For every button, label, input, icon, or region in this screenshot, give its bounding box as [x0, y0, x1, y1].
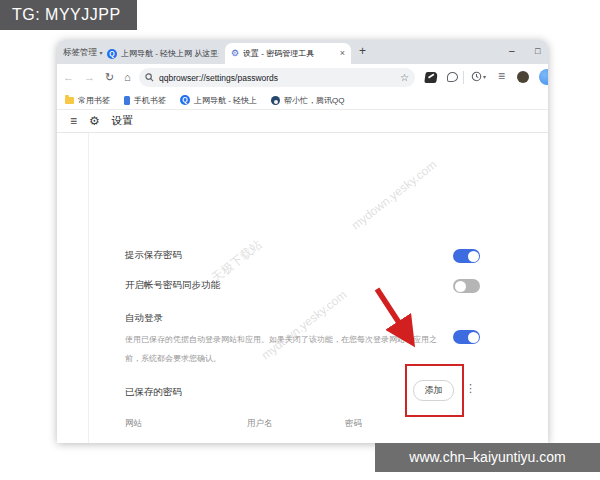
new-tab-button[interactable]: + [359, 44, 366, 58]
tab-settings[interactable]: ⚙ 设置 - 密码管理工具 × [225, 43, 351, 64]
qq-penguin-icon [271, 96, 280, 105]
bookmark-nav-site[interactable]: Q 上网导航 - 轻快上 [180, 95, 257, 106]
column-header-website: 网站 [125, 418, 142, 430]
side-panel-icon[interactable] [539, 69, 548, 85]
caret-down-icon: ▾ [483, 73, 486, 80]
tab-home-title: 上网导航 - 轻快上网 从这里开始 [121, 43, 219, 64]
toggle-save-prompt[interactable] [453, 249, 480, 263]
toggle-auto-login[interactable] [453, 330, 480, 344]
history-clock-icon [471, 71, 482, 82]
toggle-label-save-prompt: 提示保存密码 [125, 249, 182, 262]
bookmark-label: 帮小忙，腾讯QQ [284, 95, 344, 106]
tab-strip: 标签管理 ▾ Q 上网导航 - 轻快上网 从这里开始 ⚙ 设置 - 密码管理工具… [57, 40, 548, 64]
diag-watermark: mydown.yesky.com [349, 158, 439, 233]
qqbrowser-logo-icon: Q [180, 95, 190, 105]
home-icon[interactable]: ⌂ [124, 69, 131, 85]
content-left-divider [88, 133, 89, 443]
more-options-icon[interactable]: ⋮ [465, 382, 476, 395]
toggle-knob [468, 251, 479, 262]
address-url: qqbrowser://settings/passwords [159, 73, 395, 83]
shortcut-tool-icon[interactable] [424, 72, 438, 83]
phone-icon [124, 96, 130, 105]
qqbrowser-logo-icon: Q [107, 49, 117, 59]
history-button[interactable]: ▾ [471, 71, 486, 82]
bookmark-label: 手机书签 [134, 95, 166, 106]
settings-header: ≡ ⚙ 设置 [57, 110, 548, 133]
site-watermark: www.chn–kaiyuntiyu.com [375, 443, 600, 472]
tab-manager-label: 标签管理 [63, 47, 97, 57]
maximize-button[interactable]: □ [535, 40, 540, 64]
bookmark-phone-folder[interactable]: 手机书签 [124, 95, 166, 106]
bookmark-star-icon[interactable]: ☆ [400, 72, 409, 83]
tab-home[interactable]: Q 上网导航 - 轻快上网 从这里开始 [101, 43, 225, 64]
avatar[interactable] [517, 71, 529, 83]
forward-icon[interactable]: → [84, 69, 95, 85]
browser-window: 标签管理 ▾ Q 上网导航 - 轻快上网 从这里开始 ⚙ 设置 - 密码管理工具… [57, 40, 548, 443]
address-bar[interactable]: qqbrowser://settings/passwords ☆ [139, 68, 415, 87]
folder-icon [65, 97, 74, 104]
column-header-username: 用户名 [247, 418, 273, 430]
close-tab-icon[interactable]: × [338, 43, 345, 64]
gear-icon: ⚙ [89, 114, 100, 128]
feedback-icon[interactable] [447, 72, 458, 82]
toggle-knob [468, 332, 479, 343]
tab-manager-button[interactable]: 标签管理 ▾ [63, 40, 102, 64]
main-menu-icon[interactable]: ≡ [498, 69, 505, 83]
auto-login-title: 自动登录 [125, 312, 163, 325]
saved-passwords-title: 已保存的密码 [125, 386, 182, 399]
gear-icon: ⚙ [231, 43, 239, 64]
bookmark-label: 上网导航 - 轻快上 [194, 95, 257, 106]
toggle-knob [455, 281, 466, 292]
toggle-label-sync: 开启帐号密码同步功能 [125, 279, 220, 292]
toolbar: ← → ↻ ⌂ qqbrowser://settings/passwords ☆… [57, 64, 548, 91]
toggle-sync[interactable] [453, 279, 480, 293]
bookmarks-bar: 常用书签 手机书签 Q 上网导航 - 轻快上 帮小忙，腾讯QQ [57, 91, 548, 110]
search-icon [145, 73, 154, 82]
toolbar-divider [463, 71, 464, 84]
bookmark-qq-help[interactable]: 帮小忙，腾讯QQ [271, 95, 344, 106]
reload-icon[interactable]: ↻ [105, 69, 114, 85]
tg-badge: TG: MYYJJPP [0, 0, 137, 30]
minimize-button[interactable]: – [509, 40, 515, 64]
settings-content: 天极下载站 mydown.yesky.com mydown.yesky.com … [57, 133, 548, 443]
annotation-highlight-box [405, 364, 464, 417]
auto-login-description: 使用已保存的凭据自动登录网站和应用。如果关闭了该功能，在您每次登录网站或应用之前… [125, 330, 443, 368]
column-header-password: 密码 [345, 418, 362, 430]
bookmark-common-folder[interactable]: 常用书签 [65, 95, 110, 106]
settings-menu-icon[interactable]: ≡ [70, 114, 77, 128]
page-title: 设置 [112, 114, 133, 128]
back-icon[interactable]: ← [63, 69, 74, 85]
tab-settings-title: 设置 - 密码管理工具 [243, 43, 334, 64]
bookmark-label: 常用书签 [78, 95, 110, 106]
